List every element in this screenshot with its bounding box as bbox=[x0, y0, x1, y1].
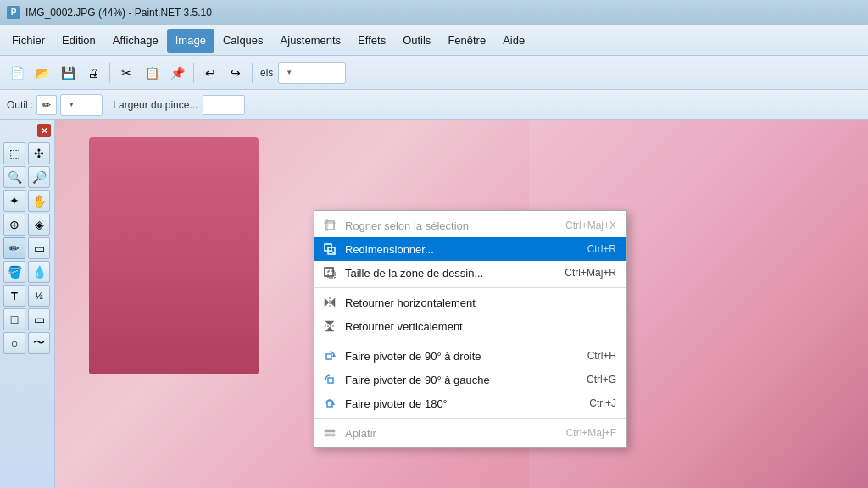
close-icon: ✕ bbox=[41, 126, 47, 136]
brush-width-control[interactable] bbox=[203, 95, 245, 115]
pivoter-180-label: Faire pivoter de 180° bbox=[345, 397, 572, 410]
pivoter-90d-shortcut: Ctrl+H bbox=[587, 350, 616, 362]
redimensionner-label: Redimensionner... bbox=[345, 243, 570, 256]
crop-icon bbox=[321, 217, 338, 234]
separator-2 bbox=[193, 63, 194, 83]
svg-marker-8 bbox=[325, 298, 329, 307]
aplatir-label: Aplatir bbox=[345, 427, 549, 440]
menu-item-redimensionner[interactable]: Redimensionner... Ctrl+R bbox=[314, 237, 626, 261]
svg-rect-15 bbox=[326, 354, 331, 359]
menu-calques[interactable]: Calques bbox=[214, 29, 272, 53]
save-button[interactable]: 💾 bbox=[56, 61, 80, 85]
tool-clone[interactable]: ⊕ bbox=[3, 214, 25, 236]
menu-outils[interactable]: Outils bbox=[394, 29, 439, 53]
svg-rect-21 bbox=[325, 434, 335, 436]
toolbox: ✕ ⬚ ✣ 🔍 🔎 ✦ ✋ ⊕ ◈ ✏ ▭ 🪣 💧 T ½ □ ▭ ○ 〜 bbox=[0, 120, 55, 488]
tool-magic-wand[interactable]: ✦ bbox=[3, 190, 25, 212]
flatten-icon bbox=[321, 424, 338, 441]
menu-item-pivoter-90-d[interactable]: Faire pivoter de 90° à droite Ctrl+H bbox=[314, 344, 626, 368]
tool-zoom-out[interactable]: 🔎 bbox=[28, 166, 50, 188]
flip-v-icon bbox=[321, 318, 338, 335]
tool-recolor[interactable]: ◈ bbox=[28, 214, 50, 236]
tool-text[interactable]: T bbox=[3, 285, 25, 307]
taille-zone-shortcut: Ctrl+Maj+R bbox=[565, 267, 616, 279]
menu-ajustements[interactable]: Ajustements bbox=[272, 29, 350, 53]
brush-width-label: Largeur du pince... bbox=[113, 99, 198, 111]
separator-menu-1 bbox=[314, 287, 626, 288]
canvas-size-icon bbox=[321, 264, 338, 281]
menu-item-retourner-v[interactable]: Retourner verticalement bbox=[314, 314, 626, 338]
menu-item-retourner-h[interactable]: Retourner horizontalement bbox=[314, 291, 626, 314]
redo-button[interactable]: ↪ bbox=[224, 61, 248, 85]
rogner-label: Rogner selon la sélection bbox=[345, 219, 548, 232]
svg-rect-20 bbox=[325, 430, 335, 432]
open-button[interactable]: 📂 bbox=[31, 61, 54, 85]
menu-item-aplatir[interactable]: Aplatir Ctrl+Maj+F bbox=[314, 421, 626, 445]
separator-3 bbox=[252, 63, 253, 83]
tool-zoom-in[interactable]: 🔍 bbox=[3, 166, 25, 188]
svg-rect-6 bbox=[325, 268, 333, 276]
print-button[interactable]: 🖨 bbox=[81, 61, 105, 85]
menu-affichage[interactable]: Affichage bbox=[104, 29, 167, 53]
image-menu-dropdown: Rogner selon la sélection Ctrl+Maj+X Red… bbox=[314, 210, 627, 448]
redimensionner-shortcut: Ctrl+R bbox=[587, 243, 616, 255]
tool-rect-shape[interactable]: □ bbox=[3, 308, 25, 330]
svg-marker-12 bbox=[326, 327, 334, 331]
tool-freeform[interactable]: 〜 bbox=[28, 332, 50, 354]
copy-button[interactable]: 📋 bbox=[140, 61, 164, 85]
app-icon: P bbox=[7, 6, 20, 19]
main-toolbar: 📄 📂 💾 🖨 ✂ 📋 📌 ↩ ↪ els bbox=[0, 56, 868, 90]
tool-move[interactable]: ✣ bbox=[28, 142, 50, 164]
layers-dropdown[interactable] bbox=[278, 62, 346, 84]
svg-rect-17 bbox=[328, 378, 333, 383]
main-area: ✕ ⬚ ✣ 🔍 🔎 ✦ ✋ ⊕ ◈ ✏ ▭ 🪣 💧 T ½ □ ▭ ○ 〜 bbox=[0, 120, 868, 488]
menu-item-pivoter-90-g[interactable]: Faire pivoter de 90° à gauche Ctrl+G bbox=[314, 368, 626, 391]
cut-button[interactable]: ✂ bbox=[114, 61, 138, 85]
pivoter-180-shortcut: Ctrl+J bbox=[589, 397, 616, 409]
tool-select-rect[interactable]: ⬚ bbox=[3, 142, 25, 164]
pivoter-90g-shortcut: Ctrl+G bbox=[587, 374, 616, 385]
retourner-h-label: Retourner horizontalement bbox=[345, 297, 599, 309]
paste-button[interactable]: 📌 bbox=[165, 61, 189, 85]
menu-fenetre[interactable]: Fenêtre bbox=[439, 29, 494, 53]
undo-button[interactable]: ↩ bbox=[198, 61, 222, 85]
svg-rect-7 bbox=[328, 271, 335, 278]
menu-image[interactable]: Image bbox=[167, 29, 214, 53]
new-button[interactable]: 📄 bbox=[5, 61, 29, 85]
rotate-90-right-icon bbox=[321, 347, 338, 364]
menu-item-rogner[interactable]: Rogner selon la sélection Ctrl+Maj+X bbox=[314, 214, 626, 237]
current-tool-icon[interactable]: ✏ bbox=[36, 95, 57, 115]
aplatir-shortcut: Ctrl+Maj+F bbox=[566, 427, 616, 439]
tool-select[interactable] bbox=[60, 94, 103, 116]
menu-aide[interactable]: Aide bbox=[494, 29, 533, 53]
tool-eraser[interactable]: ▭ bbox=[28, 237, 50, 259]
menu-fichier[interactable]: Fichier bbox=[3, 29, 53, 53]
tool-shapes[interactable]: ½ bbox=[28, 285, 50, 307]
svg-rect-19 bbox=[327, 402, 332, 407]
pivoter-90d-label: Faire pivoter de 90° à droite bbox=[345, 350, 570, 363]
tool-options-toolbar: Outil : ✏ Largeur du pince... bbox=[0, 90, 868, 120]
menu-item-taille-zone[interactable]: Taille de la zone de dessin... Ctrl+Maj+… bbox=[314, 261, 626, 285]
rotate-90-left-icon bbox=[321, 371, 338, 388]
rogner-shortcut: Ctrl+Maj+X bbox=[565, 219, 616, 231]
tool-paintbucket[interactable]: 🪣 bbox=[3, 261, 25, 283]
toolbox-close-button[interactable]: ✕ bbox=[37, 124, 51, 137]
tool-round-rect[interactable]: ▭ bbox=[28, 308, 50, 330]
tool-hand[interactable]: ✋ bbox=[28, 190, 50, 212]
menubar: Fichier Edition Affichage Image Calques … bbox=[0, 25, 868, 56]
layers-label: els bbox=[260, 67, 273, 79]
resize-icon bbox=[321, 241, 338, 258]
separator-menu-2 bbox=[314, 341, 626, 341]
tool-grid: ⬚ ✣ 🔍 🔎 ✦ ✋ ⊕ ◈ ✏ ▭ 🪣 💧 T ½ □ ▭ ○ 〜 bbox=[3, 142, 51, 354]
separator-1 bbox=[109, 63, 110, 83]
menu-edition[interactable]: Edition bbox=[53, 29, 104, 53]
menu-item-pivoter-180[interactable]: Faire pivoter de 180° Ctrl+J bbox=[314, 391, 626, 415]
menu-effets[interactable]: Effets bbox=[349, 29, 394, 53]
tool-pencil[interactable]: ✏ bbox=[3, 237, 25, 259]
rotate-180-icon bbox=[321, 395, 338, 412]
tool-ellipse[interactable]: ○ bbox=[3, 332, 25, 354]
separator-menu-3 bbox=[314, 418, 626, 419]
titlebar: P IMG_0002.JPG (44%) - Paint.NET 3.5.10 bbox=[0, 0, 868, 25]
svg-marker-11 bbox=[326, 321, 334, 325]
tool-colorpicker[interactable]: 💧 bbox=[28, 261, 50, 283]
